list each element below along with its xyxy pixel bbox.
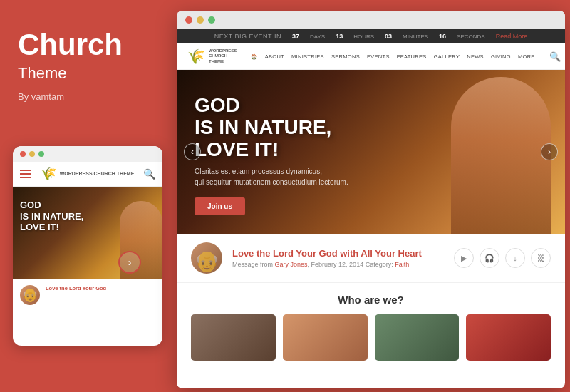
sermon-audio-button[interactable]: 🎧 — [480, 248, 499, 268]
mobile-navbar: 🌾 WORDPRESS CHURCH THEME 🔍 — [13, 162, 162, 187]
sermon-actions: ▶ 🎧 ↓ ⛓ — [454, 248, 551, 268]
sermon-avatar: 👴 — [191, 242, 222, 274]
mobile-hero-line3: LOVE IT! — [20, 222, 83, 233]
desktop-dot-green[interactable] — [208, 16, 215, 24]
nav-ministries[interactable]: MINISTRIES — [291, 53, 324, 60]
sermon-play-button[interactable]: ▶ — [454, 248, 474, 268]
days-unit: DAYS — [310, 33, 325, 40]
person-avatar-icon: 👴 — [195, 249, 219, 273]
mobile-logo: 🌾 WORDPRESS CHURCH THEME — [41, 166, 135, 182]
hamburger-line — [20, 173, 31, 175]
mobile-next-button[interactable]: › — [118, 251, 141, 274]
nav-more[interactable]: MORE — [518, 53, 535, 60]
sermon-row: 👴 Love the Lord Your God with All Your H… — [177, 234, 565, 283]
minutes-unit: MINUTES — [403, 33, 428, 40]
desktop-logo-text: WORDPRESS CHURCH THEME — [209, 48, 237, 64]
sermon-category-prefix: Category: — [366, 261, 393, 268]
who-section: Who are we? — [177, 283, 565, 368]
mobile-sermon-row: 👴 Love the Lord Your God — [13, 279, 162, 311]
desktop-dot-red[interactable] — [185, 16, 192, 24]
hero-line2: IS IN NATURE, — [195, 116, 331, 138]
who-card-church[interactable] — [191, 314, 276, 361]
wheat-icon: 🌾 — [41, 166, 56, 182]
seconds-value: 16 — [439, 33, 446, 40]
desktop-hero: GOD IS IN NATURE, LOVE IT! Claritas est … — [177, 70, 565, 234]
days-value: 37 — [292, 33, 299, 40]
sermon-category[interactable]: Faith — [395, 261, 409, 268]
mobile-hero-text: GOD IS IN NATURE, LOVE IT! — [20, 200, 83, 233]
desktop-navbar: 🌾 WORDPRESS CHURCH THEME 🏠 ABOUT MINISTR… — [177, 43, 565, 70]
mobile-dots-bar — [13, 146, 162, 162]
sermon-info: Love the Lord Your God with All Your Hea… — [232, 248, 444, 268]
minutes-value: 03 — [385, 33, 392, 40]
desktop-search-icon[interactable]: 🔍 — [549, 51, 561, 62]
hours-value: 13 — [336, 33, 343, 40]
nav-home-icon[interactable]: 🏠 — [251, 53, 257, 60]
who-card-group[interactable] — [375, 314, 460, 361]
sermon-meta: Message from Gary Jones, February 12, 20… — [232, 261, 444, 268]
hamburger-menu[interactable] — [20, 170, 31, 178]
read-more-link[interactable]: Read More — [496, 33, 528, 40]
theme-byline: By vamtam — [18, 91, 153, 102]
hours-unit: HOURS — [353, 33, 374, 40]
desktop-wheat-icon: 🌾 — [187, 48, 205, 65]
hero-prev-button[interactable]: ‹ — [184, 143, 201, 160]
mobile-search-icon[interactable]: 🔍 — [143, 168, 155, 180]
sermon-meta-prefix: Message from — [232, 261, 273, 268]
nav-about[interactable]: ABOUT — [265, 53, 284, 60]
desktop-dot-yellow[interactable] — [197, 16, 204, 24]
hero-text-block: GOD IS IN NATURE, LOVE IT! Claritas est … — [195, 95, 348, 215]
mobile-dot-green[interactable] — [38, 151, 44, 157]
mobile-dot-red[interactable] — [20, 151, 26, 157]
hero-figure-body — [451, 77, 551, 234]
nav-giving[interactable]: GIVING — [491, 53, 511, 60]
hero-sub-text: Claritas est etiam processus dynamicus,q… — [195, 166, 348, 187]
theme-subtitle: Theme — [18, 64, 153, 83]
mobile-sermon-avatar: 👴 — [20, 285, 40, 305]
nav-events[interactable]: EVENTS — [367, 53, 390, 60]
sermon-share-button[interactable]: ⛓ — [531, 248, 551, 268]
mobile-sermon-title[interactable]: Love the Lord Your God — [46, 285, 106, 292]
sermon-author[interactable]: Gary Jones — [275, 261, 308, 268]
who-grid — [191, 314, 551, 361]
event-label: NEXT BIG EVENT IN — [214, 33, 281, 40]
desktop-dots-bar — [177, 11, 565, 29]
desktop-logo[interactable]: 🌾 WORDPRESS CHURCH THEME — [187, 48, 237, 65]
hero-line1: GOD — [195, 94, 240, 116]
hamburger-line — [20, 177, 31, 178]
hero-figure — [451, 77, 551, 234]
mobile-hero-line2: IS IN NATURE, — [20, 211, 83, 222]
mobile-dot-yellow[interactable] — [29, 151, 35, 157]
who-card-hands[interactable] — [283, 314, 368, 361]
hamburger-line — [20, 170, 31, 171]
mobile-hero-line1: GOD — [20, 200, 83, 211]
seconds-unit: SECONDS — [457, 33, 485, 40]
desktop-topbar: NEXT BIG EVENT IN 37 DAYS 13 HOURS 03 MI… — [177, 29, 565, 43]
who-card-worship[interactable] — [466, 314, 551, 361]
mobile-preview: 🌾 WORDPRESS CHURCH THEME 🔍 GOD IS IN NAT… — [13, 146, 162, 346]
hero-next-button[interactable]: › — [541, 143, 558, 160]
hero-line3: LOVE IT! — [195, 138, 279, 160]
hero-heading: GOD IS IN NATURE, LOVE IT! — [195, 95, 348, 160]
person-icon: 👴 — [22, 287, 38, 303]
theme-title: Church — [18, 29, 153, 61]
nav-news[interactable]: NEWS — [467, 53, 484, 60]
sermon-title[interactable]: Love the Lord Your God with All Your Hea… — [232, 248, 444, 259]
who-title: Who are we? — [191, 294, 551, 306]
mobile-logo-text: WORDPRESS CHURCH THEME — [60, 171, 135, 177]
mobile-hero: GOD IS IN NATURE, LOVE IT! › — [13, 187, 162, 279]
sermon-download-button[interactable]: ↓ — [505, 248, 525, 268]
sermon-date: February 12, 2014 — [311, 261, 364, 268]
nav-features[interactable]: FEATURES — [397, 53, 427, 60]
nav-sermons[interactable]: SERMONS — [331, 53, 360, 60]
desktop-preview: NEXT BIG EVENT IN 37 DAYS 13 HOURS 03 MI… — [177, 11, 565, 388]
join-us-button[interactable]: Join us — [195, 197, 245, 215]
nav-gallery[interactable]: GALLERY — [434, 53, 460, 60]
